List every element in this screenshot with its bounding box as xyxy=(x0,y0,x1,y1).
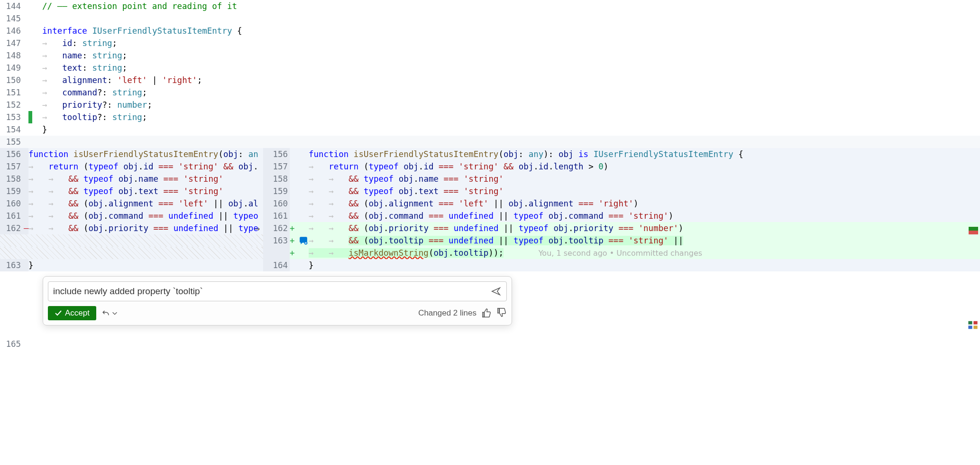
code-line[interactable]: 154 } xyxy=(0,123,980,136)
svg-rect-4 xyxy=(973,326,977,329)
line-number: 149 xyxy=(0,62,28,74)
undo-icon xyxy=(101,308,110,318)
code-line[interactable]: 153 → tooltip?: string; xyxy=(0,111,980,123)
diff-line[interactable]: 160 → → && (obj.alignment === 'left' || … xyxy=(0,197,980,210)
line-number: 165 xyxy=(0,338,28,350)
svg-rect-2 xyxy=(973,321,977,325)
overview-ruler-marker[interactable] xyxy=(969,227,978,234)
diff-line[interactable]: 157 → return (typeof obj.id === 'string'… xyxy=(0,160,980,173)
code-line[interactable]: 145 xyxy=(0,12,980,25)
diff-line[interactable]: 161 → → && (obj.command === undefined ||… xyxy=(0,210,980,222)
diff-line[interactable]: 159 → → && typeof obj.text === 'string' … xyxy=(0,185,980,197)
inline-chat-input[interactable] xyxy=(50,284,489,298)
plus-marker: + xyxy=(290,222,298,234)
line-number-left: 159 xyxy=(0,185,28,197)
accept-button[interactable]: Accept xyxy=(48,306,96,320)
thumbs-up-button[interactable] xyxy=(481,308,492,318)
accept-label: Accept xyxy=(65,308,90,318)
line-number-right: 161 xyxy=(263,210,290,222)
comment-add-icon[interactable] xyxy=(298,234,309,247)
line-number: 144 xyxy=(0,0,28,12)
code-line[interactable]: 165 xyxy=(0,338,980,350)
code-line[interactable]: 155 xyxy=(0,136,980,148)
line-number: 146 xyxy=(0,25,28,37)
line-number: 153 xyxy=(0,111,28,123)
diff-line[interactable]: 158 → → && typeof obj.name === 'string' … xyxy=(0,173,980,185)
chevron-down-icon xyxy=(111,310,118,316)
line-number: 148 xyxy=(0,49,28,62)
code-line[interactable]: 149 → text: string; xyxy=(0,62,980,74)
diff-line[interactable]: 163 } 164 } xyxy=(0,259,980,271)
diff-line[interactable]: 156 function isUserFriendlyStatusItemEnt… xyxy=(0,148,980,160)
line-number-left: —162 xyxy=(0,222,28,234)
send-icon[interactable] xyxy=(489,285,503,298)
inline-chat-input-row xyxy=(48,281,507,301)
code-line[interactable]: 147 → id: string; xyxy=(0,37,980,49)
line-number-left: 161 xyxy=(0,210,28,222)
diff-line[interactable]: → —162 → → && (obj.priority === undefine… xyxy=(0,222,980,234)
line-number: 151 xyxy=(0,86,28,99)
line-number-right: 164 xyxy=(263,259,290,271)
line-number-right: 162 xyxy=(263,222,290,234)
line-number-right: 163 xyxy=(263,234,290,247)
line-number-left: 158 xyxy=(0,173,28,185)
line-number-right: 158 xyxy=(263,173,290,185)
line-number: 147 xyxy=(0,37,28,49)
line-number-left: 163 xyxy=(0,259,28,271)
diff-line[interactable]: 163+ → → && (obj.tooltip === undefined |… xyxy=(0,234,980,247)
code-line[interactable]: 150 → alignment: 'left' | 'right'; xyxy=(0,74,980,86)
line-number: 152 xyxy=(0,99,28,111)
diff-arrow-icon: → xyxy=(254,222,260,234)
line-number: 155 xyxy=(0,136,28,148)
changed-lines-label: Changed 2 lines xyxy=(418,308,476,318)
line-number-right: 159 xyxy=(263,185,290,197)
svg-rect-3 xyxy=(968,326,972,329)
line-number-right: 156 xyxy=(263,148,290,160)
svg-rect-1 xyxy=(968,321,972,325)
line-number: 154 xyxy=(0,123,28,136)
line-number-left: 160 xyxy=(0,197,28,210)
line-number-right: 157 xyxy=(263,160,290,173)
check-icon xyxy=(55,309,62,317)
code-line[interactable]: 152 → priority?: number; xyxy=(0,99,980,111)
code-line[interactable]: 144 // —— extension point and reading of… xyxy=(0,0,980,12)
line-number-left: 157 xyxy=(0,160,28,173)
code-line[interactable]: 146 interface IUserFriendlyStatusItemEnt… xyxy=(0,25,980,37)
diff-line[interactable]: + → → isMarkdownString(obj.tooltip)); Yo… xyxy=(0,247,980,259)
overview-ruler-marker[interactable] xyxy=(968,320,978,330)
line-number: 150 xyxy=(0,74,28,86)
git-blame: You, 1 second ago • Uncommitted changes xyxy=(539,249,702,258)
code-line[interactable]: 148 → name: string; xyxy=(0,49,980,62)
line-number-left: 156 xyxy=(0,148,28,160)
thumbs-down-button[interactable] xyxy=(496,308,507,318)
inline-chat-popup: Accept Changed 2 lines xyxy=(43,276,512,326)
plus-marker: + xyxy=(290,234,298,247)
line-number-right: 160 xyxy=(263,197,290,210)
undo-button[interactable] xyxy=(101,308,118,318)
code-line[interactable]: 151 → command?: string; xyxy=(0,86,980,99)
change-marker xyxy=(28,111,32,123)
line-number: 145 xyxy=(0,12,28,25)
plus-marker: + xyxy=(290,247,298,259)
